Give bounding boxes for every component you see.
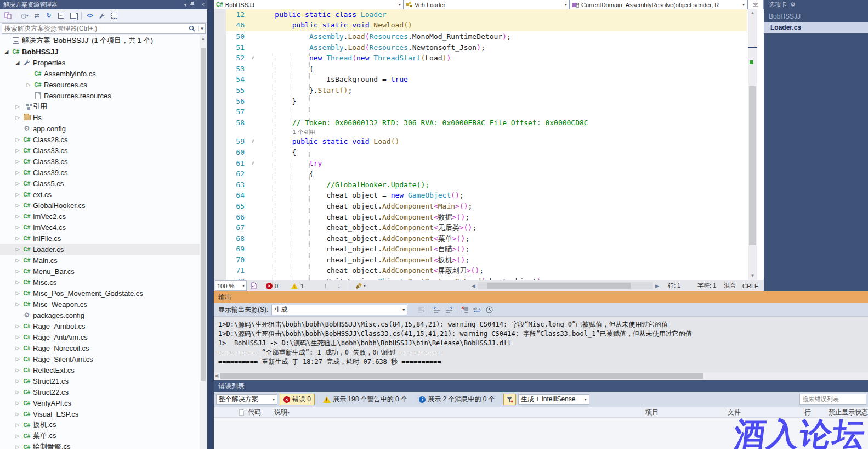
tree-item[interactable]: ▷C#VerifyAPI.cs [0, 397, 200, 408]
tree-item[interactable]: ▷C#Struct21.cs [0, 375, 200, 386]
collapsed-arrow-icon[interactable]: ▷ [13, 444, 22, 449]
tree-item[interactable]: ▷Hs [0, 112, 200, 123]
close-icon[interactable]: × [198, 0, 207, 9]
collapsed-arrow-icon[interactable]: ▷ [13, 411, 22, 417]
collapsed-arrow-icon[interactable]: ▷ [13, 235, 22, 241]
code-line[interactable]: 56 } [226, 96, 747, 107]
scroll-left-icon[interactable]: ◀ [215, 373, 218, 378]
output-panel-title[interactable]: 输出 [214, 291, 868, 303]
show-all-files-icon[interactable] [67, 11, 78, 21]
tree-item[interactable]: ▷C#ext.cs [0, 189, 200, 200]
previous-issue-icon[interactable]: ↑ [324, 280, 327, 291]
collapsed-arrow-icon[interactable]: ▷ [13, 104, 22, 109]
tree-item[interactable]: ▷C#Rage_Norecoil.cs [0, 343, 200, 353]
tree-item[interactable]: ▷C#Struct22.cs [0, 386, 200, 397]
tree-item[interactable]: ▷C#Visual_ESP.cs [0, 408, 200, 419]
project-dropdown[interactable]: C# BobHSSJJ ▾ [214, 0, 404, 9]
tree-item[interactable]: Resources.resources [0, 90, 200, 101]
code-line[interactable]: 53 { [226, 64, 747, 75]
collapsed-arrow-icon[interactable]: ▷ [13, 400, 22, 406]
collapsed-arrow-icon[interactable]: ▷ [13, 334, 22, 340]
collapsed-arrow-icon[interactable]: ▷ [13, 115, 22, 120]
collapsed-arrow-icon[interactable]: ▷ [13, 422, 22, 428]
collapsed-arrow-icon[interactable]: ▷ [13, 389, 22, 395]
scrollbar-thumb[interactable] [487, 283, 631, 289]
tree-item[interactable]: ▷C#Class5.cs [0, 178, 200, 189]
tree-item[interactable]: ▷C#Class39.cs [0, 167, 200, 178]
tree-item[interactable]: ▷C#Class28.cs [0, 134, 200, 145]
zoom-dropdown[interactable]: 100 % ▾ [215, 280, 247, 291]
tree-item[interactable]: ▷C#Loader.cs [0, 244, 200, 255]
tab-loader-cs[interactable]: Loader.cs [764, 22, 868, 33]
type-dropdown[interactable]: Veh.Loader ▾ [404, 0, 570, 9]
collapsed-arrow-icon[interactable]: ▷ [13, 214, 22, 219]
tree-item[interactable]: ▷C#扳机.cs [0, 419, 200, 430]
scrollbar-thumb[interactable] [749, 86, 756, 245]
warnings-filter-button[interactable]: 展示 198 个警告中的 0 个 [320, 394, 411, 405]
tree-item[interactable]: ▷C#Class33.cs [0, 145, 200, 156]
tree-item[interactable]: C#AssemblyInfo.cs [0, 68, 200, 79]
code-cleanup-button[interactable]: ▾ [355, 280, 366, 291]
collapsed-arrow-icon[interactable]: ▷ [13, 181, 22, 186]
code-line[interactable]: 65 cheat_object.AddComponent<Main>(); [226, 201, 747, 212]
indentation-mode-indicator[interactable]: 混合 [724, 280, 736, 291]
tree-item[interactable]: ◢Properties [0, 57, 200, 68]
pin-icon[interactable] [190, 2, 198, 8]
tree-item[interactable]: ▷C#ImVec4.cs [0, 222, 200, 233]
clock-icon[interactable] [483, 305, 495, 315]
collapsed-arrow-icon[interactable]: ▷ [13, 279, 22, 285]
tree-item[interactable]: ▷C#ReflectExt.cs [0, 364, 200, 375]
code-line[interactable]: 63 //GlobalHooker.Update(); [226, 179, 747, 190]
next-message-icon[interactable] [443, 305, 455, 315]
fold-arrow-icon[interactable]: ∨ [248, 136, 258, 147]
tree-item[interactable]: ⚙packages.config [0, 310, 200, 321]
expanded-arrow-icon[interactable]: ◢ [2, 49, 11, 54]
tree-item[interactable]: ▷C#ImVec2.cs [0, 211, 200, 222]
solution-search-input[interactable] [2, 25, 189, 32]
scrollbar-thumb[interactable] [220, 373, 703, 379]
search-options-dropdown-icon[interactable]: ▾ [198, 26, 205, 31]
scroll-left-icon[interactable]: ◀ [472, 280, 475, 291]
code-line[interactable]: 59∨ public static void Load() [226, 136, 747, 147]
code-line[interactable]: 46 public static void Newload() [226, 20, 747, 30]
tree-item[interactable]: ▷C#Main.cs [0, 255, 200, 266]
collapsed-arrow-icon[interactable]: ▷ [13, 301, 22, 307]
scroll-right-icon[interactable]: ▶ [655, 280, 659, 291]
code-line[interactable]: 70 cheat_object.AddComponent<扳机>(); [226, 255, 747, 266]
view-code-icon[interactable]: <> [84, 11, 95, 21]
line-ending-indicator[interactable]: CRLF [742, 280, 758, 291]
collapsed-arrow-icon[interactable]: ▷ [13, 257, 22, 263]
pending-changes-filter-icon[interactable]: ◷▾ [19, 11, 30, 21]
collapsed-arrow-icon[interactable]: ▷ [13, 356, 22, 362]
scroll-down-icon[interactable]: ▼ [748, 272, 757, 280]
collapsed-arrow-icon[interactable]: ▷ [13, 323, 22, 329]
code-line[interactable]: 50 Assembly.Load(Resources.MonoMod_Runti… [226, 31, 747, 42]
scroll-up-icon[interactable]: ▲ [200, 35, 207, 43]
vertical-tabs-toggle[interactable] [748, 0, 764, 9]
collapsed-arrow-icon[interactable]: ▷ [13, 268, 22, 274]
code-line[interactable]: 52∨ new Thread(new ThreadStart(Load)) [226, 53, 747, 64]
column-header-1[interactable]: 代码 [245, 407, 271, 417]
code-line[interactable]: 66 cheat_object.AddComponent<数据>(); [226, 212, 747, 223]
code-line[interactable]: 12 public static class Loader [226, 9, 747, 20]
collapsed-arrow-icon[interactable]: ▷ [24, 82, 33, 87]
error-search-box[interactable] [799, 394, 866, 405]
tree-item[interactable]: ▷C#GlobalHooker.cs [0, 200, 200, 211]
tree-item[interactable]: ▷C#菜单.cs [0, 430, 200, 441]
code-line[interactable]: 72 UnityEngine.Object.DontDestroyOnLoad(… [226, 276, 747, 280]
refresh-icon[interactable]: ↻ [43, 11, 54, 21]
preview-selected-items-icon[interactable]: ▁ [109, 11, 120, 21]
collapsed-arrow-icon[interactable]: ▷ [13, 367, 22, 373]
word-wrap-icon[interactable]: ab [471, 305, 483, 315]
scrollbar-thumb[interactable] [201, 48, 206, 381]
gear-icon[interactable]: ⚙ [790, 1, 796, 8]
tree-item[interactable]: ▷C#绘制骨骼.cs [0, 441, 200, 449]
switch-views-icon[interactable]: ⇄ [31, 11, 42, 21]
scope-dropdown[interactable]: 整个解决方案 ▾ [216, 394, 277, 405]
filter-button[interactable] [503, 394, 516, 405]
codelens-references[interactable]: 1 个引用 [226, 128, 747, 136]
properties-wrench-icon[interactable] [97, 11, 107, 21]
collapsed-arrow-icon[interactable]: ▷ [13, 345, 22, 351]
scroll-up-icon[interactable]: ▲ [748, 9, 757, 17]
search-icon[interactable] [189, 25, 198, 32]
